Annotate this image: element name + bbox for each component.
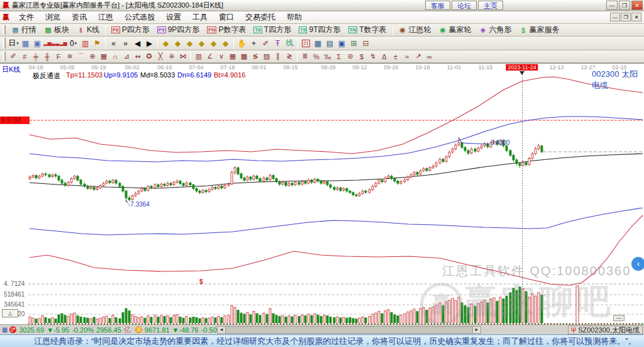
menu-文件[interactable]: 文件 bbox=[13, 11, 40, 24]
draw-tool-0-3[interactable]: ╫ bbox=[42, 51, 53, 62]
tool-crosshair-tool[interactable]: + bbox=[248, 38, 260, 49]
scroll-right-arrow[interactable]: ► bbox=[472, 326, 481, 334]
back-float-button[interactable]: ‹ bbox=[631, 257, 644, 271]
draw-tool-2-10[interactable]: ↗ bbox=[413, 51, 424, 62]
mdi-restore-button[interactable]: ❐ bbox=[621, 13, 631, 21]
draw-tool-1-7[interactable]: ∥ bbox=[272, 51, 284, 62]
tool-gann-diamond-2[interactable]: ◆ bbox=[172, 38, 184, 49]
titlebar-link-主页[interactable]: 主页 bbox=[478, 1, 503, 10]
titlebar-link-客服[interactable]: 客服 bbox=[425, 1, 450, 10]
draw-tool-1-3[interactable]: ▦ bbox=[227, 51, 238, 62]
draw-tool-0-5[interactable]: ≋ bbox=[64, 51, 75, 62]
draw-tool-1-8[interactable]: ≷ bbox=[284, 51, 295, 62]
tool-gann-diamond-1[interactable]: ◆ bbox=[160, 38, 172, 49]
current-stock-indicator[interactable]: Ψ SZ002300,太阳电缆 bbox=[568, 326, 643, 334]
draw-tool-2-8[interactable]: ± bbox=[390, 51, 401, 62]
tool-flag-mark[interactable]: ⚑ bbox=[91, 38, 103, 49]
draw-tool-2-3[interactable]: Σ bbox=[333, 51, 345, 62]
draw-tool-2-0[interactable]: Ⅲ bbox=[299, 51, 311, 62]
mdi-close-button[interactable]: ✕ bbox=[631, 13, 641, 21]
draw-tool-2-7[interactable]: Δ bbox=[379, 51, 390, 62]
draw-tool-0-14[interactable]: ※ bbox=[166, 51, 177, 62]
draw-tool-0-6[interactable]: ⌒ bbox=[75, 51, 87, 62]
tool-window-layout[interactable]: ▦ bbox=[19, 38, 31, 49]
tool-export[interactable]: ⊟ bbox=[360, 38, 372, 49]
menu-帮助[interactable]: 帮助 bbox=[281, 11, 308, 24]
tool-9p-square[interactable]: P99P四方形 bbox=[153, 25, 203, 36]
tool-print[interactable]: ⊞ bbox=[348, 38, 360, 49]
menu-设置[interactable]: 设置 bbox=[160, 11, 187, 24]
draw-tool-0-10[interactable]: ⊿ bbox=[121, 51, 132, 62]
tool-gann-wheel[interactable]: ◉江恩轮 bbox=[395, 25, 435, 36]
minimize-button[interactable]: — bbox=[606, 1, 618, 10]
tool-calculator[interactable]: ▦ bbox=[312, 38, 324, 49]
tool-kline[interactable]: ‖K线 bbox=[73, 25, 103, 36]
tool-chips[interactable]: ▥ bbox=[79, 38, 91, 49]
menu-资讯[interactable]: 资讯 bbox=[66, 11, 92, 24]
tool-save[interactable]: ▣ bbox=[336, 38, 348, 49]
tool-winner-wheel[interactable]: ◉赢家轮 bbox=[435, 25, 475, 36]
draw-tool-1-1[interactable]: ∠ bbox=[204, 51, 216, 62]
draw-tool-0-11[interactable]: ↭ bbox=[132, 51, 143, 62]
draw-tool-0-0[interactable]: ✐ bbox=[8, 51, 19, 62]
tool-gann-diamond-6[interactable]: ◆ bbox=[219, 38, 231, 49]
draw-tool-0-1[interactable]: # bbox=[19, 51, 30, 62]
tool-period-day[interactable]: 日▾ bbox=[8, 38, 19, 49]
scroll-left-arrow[interactable]: ◄ bbox=[217, 326, 226, 334]
tool-gann-diamond-5[interactable]: ◆ bbox=[208, 38, 219, 49]
tool-prev-bar[interactable]: ◀ bbox=[131, 38, 143, 49]
draw-tool-2-2[interactable]: ‰ bbox=[322, 51, 333, 62]
menu-工具[interactable]: 工具 bbox=[187, 11, 213, 24]
tool-text-tool[interactable]: Ŧ bbox=[272, 38, 284, 49]
grid-icon[interactable]: ▦ bbox=[2, 326, 8, 333]
mdi-minimize-button[interactable]: — bbox=[610, 13, 620, 21]
draw-tool-1-2[interactable]: ∨ bbox=[216, 51, 227, 62]
tool-gann-diamond-4[interactable]: ◆ bbox=[196, 38, 208, 49]
tool-line-tool[interactable]: 线 bbox=[284, 38, 296, 49]
draw-tool-0-8[interactable]: ▦ bbox=[98, 51, 109, 62]
menu-江恩[interactable]: 江恩 bbox=[92, 11, 119, 24]
tool-sectors[interactable]: ▩板块 bbox=[40, 25, 73, 36]
draw-tool-1-6[interactable]: ▨ bbox=[261, 51, 272, 62]
draw-tool-0-13[interactable]: ╳ bbox=[155, 51, 166, 62]
menu-交易委托[interactable]: 交易委托 bbox=[240, 11, 281, 24]
draw-tool-0-2[interactable]: ╪ bbox=[30, 51, 42, 62]
tool-mini-bars[interactable]: ▂▅▃ bbox=[43, 38, 55, 49]
close-button[interactable]: ✕ bbox=[631, 1, 643, 10]
tool-kline-style[interactable]: ▣ bbox=[31, 38, 43, 49]
draw-tool-2-4[interactable]: ⊚ bbox=[345, 51, 356, 62]
draw-tool-2-6[interactable]: ↯ bbox=[367, 51, 379, 62]
tool-hand-tool[interactable]: ✋ bbox=[236, 38, 248, 49]
draw-tool-2-5[interactable]: $ bbox=[356, 51, 367, 62]
horizontal-scrollbar[interactable]: ◄ ► bbox=[217, 326, 481, 334]
pane-minimize-button[interactable]: — bbox=[613, 315, 625, 321]
titlebar-link-论坛[interactable]: 论坛 bbox=[452, 1, 477, 10]
draw-tool-0-7[interactable]: ⊕ bbox=[87, 51, 98, 62]
tool-p-table[interactable]: PNP数字表 bbox=[203, 25, 250, 36]
tool-first-page[interactable]: « bbox=[108, 38, 119, 49]
tool-next-bar[interactable]: ▶ bbox=[143, 38, 155, 49]
tool-notes[interactable]: ▤ bbox=[324, 38, 336, 49]
tool-measure-tool[interactable]: ✐ bbox=[260, 38, 272, 49]
menu-浏览[interactable]: 浏览 bbox=[40, 11, 66, 24]
tool-adjust-price[interactable]: 0▾ bbox=[67, 38, 79, 49]
draw-tool-0-15[interactable]: ⋈ bbox=[177, 51, 189, 62]
tool-t-square[interactable]: T8T四方形 bbox=[250, 25, 295, 36]
tool-winner-service[interactable]: $赢家服务 bbox=[516, 25, 564, 36]
tool-9t-square[interactable]: T99T四方形 bbox=[295, 25, 344, 36]
collapse-volume-button[interactable]: △ bbox=[2, 309, 18, 317]
tool-gann-diamond-3[interactable]: ◆ bbox=[184, 38, 196, 49]
tool-mini-bars-alt[interactable]: ▃▂▅ bbox=[55, 38, 67, 49]
tool-last-page[interactable]: » bbox=[119, 38, 131, 49]
draw-tool-0-4[interactable]: F bbox=[53, 51, 64, 62]
draw-tool-0-12[interactable]: ✪ bbox=[143, 51, 155, 62]
market-index-sh[interactable]: 沪3025.69▼-5.95-0.20%2956.45亿 bbox=[9, 325, 130, 334]
draw-tool-0-9[interactable]: ∩ bbox=[109, 51, 121, 62]
tool-t-table[interactable]: TNT数字表 bbox=[345, 25, 391, 36]
restore-button[interactable]: ❐ bbox=[619, 1, 630, 10]
scroll-track[interactable] bbox=[226, 326, 472, 334]
draw-tool-1-0[interactable]: ▥ bbox=[193, 51, 204, 62]
draw-tool-1-5[interactable]: ≶ bbox=[250, 51, 261, 62]
menu-公式选股[interactable]: 公式选股 bbox=[119, 11, 160, 24]
tool-quotes[interactable]: ▦行情 bbox=[8, 25, 40, 36]
